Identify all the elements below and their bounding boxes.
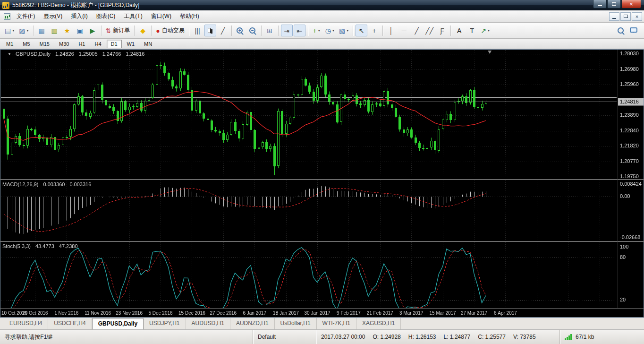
status-help: 寻求帮助,请按F1键 [0,330,253,344]
autotrading-button[interactable]: ●自动交易 [154,25,186,36]
tab-xagusd-h1[interactable]: XAGUSD,H1 [356,318,401,329]
tab-wti-7k-h1[interactable]: WTI-7K,H1 [317,318,356,329]
arrows-button[interactable]: ↗▾ [479,25,491,36]
zoom-in-button[interactable] [234,25,246,36]
equidistant-channel-button[interactable]: ╱╱ [424,25,435,36]
tab-usdjpy-h1[interactable]: USDJPY,H1 [144,318,186,329]
status-high: H: 1.26153 [408,334,436,340]
window-close-button[interactable]: × [621,0,641,9]
auto-scroll-button[interactable]: ⇥ [281,25,293,36]
menu-item-help[interactable]: 帮助(H) [176,10,203,22]
tab-audnzd-h1[interactable]: AUDNZD,H1 [230,318,275,329]
toolbar-separator [353,26,353,36]
window-minimize-button[interactable] [593,0,607,9]
terminal-button[interactable]: ▣ [74,25,86,36]
tab-audusd-h1[interactable]: AUDUSD,H1 [186,318,230,329]
metaeditor-icon: ◆ [140,27,145,34]
toolbar-right [614,25,642,36]
chart-shift-button[interactable]: ⇤ [294,25,305,36]
timeframe-d1[interactable]: D1 [107,40,122,48]
window-title: 5586292: FBS-Demo - 模拟帐户 - [GBPUSD,Daily… [12,1,593,9]
tab-items: EURUSD,H4USDCHF,H4GBPUSD,DailyUSDJPY,H1A… [4,318,401,329]
menu-item-insert[interactable]: 插入(I) [67,10,92,22]
menu-item-file[interactable]: 文件(F) [12,10,39,22]
strategy-tester-button[interactable]: ▶ [87,25,99,36]
chart-minimize-button[interactable] [609,12,619,21]
periods-button[interactable]: ◷▾ [323,25,336,36]
community-icon [630,27,637,33]
text-label-button[interactable]: T [466,25,478,36]
metaeditor-button[interactable]: ◆ [137,25,149,36]
menu-item-charts[interactable]: 图表(C) [92,10,120,22]
data-window-icon: ▥ [51,27,57,34]
new-order-button[interactable]: ⇅新订单 [104,25,132,36]
zoom-out-button[interactable] [247,25,259,36]
market-watch-button[interactable]: ▦ [36,25,48,36]
chart-window-icon[interactable] [4,13,10,20]
tab-eurusd-h4[interactable]: EURUSD,H4 [4,318,48,329]
timeframe-h4[interactable]: H4 [90,40,105,48]
menu-item-window[interactable]: 窗口(W) [147,10,176,22]
market-watch-icon: ▦ [38,27,44,34]
timeframe-m15[interactable]: M15 [35,40,54,48]
line-chart-icon: ╱ [221,27,225,34]
data-window-button[interactable]: ▥ [49,25,60,36]
menu-item-view[interactable]: 显示(V) [39,10,67,22]
toolbar-separator [101,26,102,36]
menu-bar: 文件(F)显示(V)插入(I)图表(C)工具(T)窗口(W)帮助(H) × [0,10,644,23]
timeframe-m5[interactable]: M5 [18,40,34,48]
window-maximize-button[interactable] [607,0,621,9]
tab-gbpusd-daily[interactable]: GBPUSD,Daily [92,318,144,329]
chart-tab-bar: EURUSD,H4USDCHF,H4GBPUSD,DailyUSDJPY,H1A… [0,318,644,329]
auto-scroll-icon: ⇥ [284,27,289,34]
chart-restore-button[interactable] [620,12,631,21]
status-low: L: 1.24877 [444,334,471,340]
tab-usdchf-h4[interactable]: USDCHF,H4 [48,318,92,329]
tab-usdollar-h1[interactable]: UsDollar,H1 [275,318,317,329]
trendline-button[interactable]: ╱ [411,25,423,36]
crosshair-button[interactable]: + [368,25,380,36]
timeframe-mn[interactable]: MN [140,40,156,48]
timeframe-m1[interactable]: M1 [2,40,17,48]
fibonacci-button[interactable]: Ƒ [436,25,448,36]
new-chart-button[interactable]: ▤▾ [3,25,16,36]
equidistant-channel-icon: ╱╱ [425,27,433,34]
title-bar[interactable]: 5586292: FBS-Demo - 模拟帐户 - [GBPUSD,Daily… [0,0,644,10]
profiles-button[interactable]: ▨▾ [17,25,30,36]
text-button[interactable]: A [453,25,465,36]
tile-windows-icon: ⊞ [267,27,272,34]
window-controls: × [593,0,641,9]
cursor-button[interactable]: ↖ [356,25,367,36]
navigator-button[interactable]: ★ [61,25,73,36]
new-order-icon: ⇅ [106,27,111,34]
tile-windows-button[interactable]: ⊞ [264,25,276,36]
chart-close-button[interactable]: × [632,12,642,21]
timeframe-m30[interactable]: M30 [55,40,73,48]
templates-button[interactable]: ▧▾ [337,25,350,36]
bar-chart-button[interactable]: ||| [192,25,203,36]
timeframe-w1[interactable]: W1 [123,40,139,48]
dropdown-arrow-icon: ▾ [488,28,490,33]
connection-bars-icon [565,334,572,340]
indicators-button[interactable]: +▾ [311,25,322,36]
timeframe-h1[interactable]: H1 [74,40,89,48]
community-button[interactable] [627,25,639,36]
templates-icon: ▧ [339,27,345,34]
line-chart-button[interactable]: ╱ [217,25,229,36]
candlestick-chart-icon [207,27,214,34]
status-profile[interactable]: Default [253,330,316,344]
profiles-icon: ▨ [19,27,25,34]
horizontal-line-button[interactable]: ─ [398,25,410,36]
status-close: C: 1.25577 [478,334,506,340]
candlestick-chart-button[interactable] [204,25,216,36]
toolbar-separator [382,26,383,36]
toolbar-separator [189,26,189,36]
menu-item-tools[interactable]: 工具(T) [119,10,146,22]
arrows-icon: ↗ [481,27,486,34]
dropdown-arrow-icon: ▾ [12,28,14,33]
toolbar-separator [308,26,308,36]
toolbar: ▤▾▨▾▦▥★▣▶⇅新订单◆●自动交易|||╱⊞⇥⇤+▾◷▾▧▾↖+│─╱╱╱Ƒ… [0,23,644,39]
vertical-line-button[interactable]: │ [385,25,397,36]
search-button[interactable] [615,25,627,36]
chart-canvas[interactable] [0,49,644,318]
